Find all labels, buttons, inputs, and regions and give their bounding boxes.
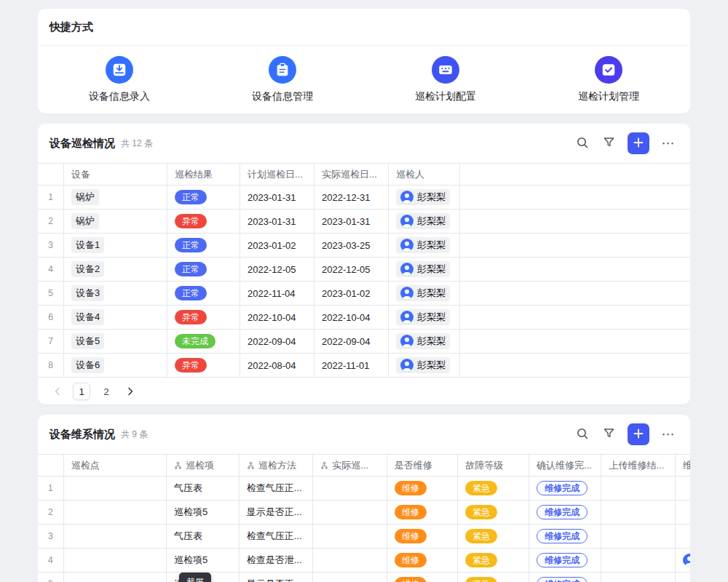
upload-cell[interactable] [601,525,676,548]
extra-cell[interactable] [676,525,690,548]
repair-cell[interactable]: 维修 [387,501,459,524]
level-cell[interactable]: 紧急 [458,477,529,500]
upload-cell[interactable] [601,549,676,572]
method-cell[interactable]: 检查是否泄... [240,549,314,572]
item-cell[interactable]: 气压表 [167,477,240,500]
column-header[interactable]: 维... [676,455,690,476]
next-page-icon[interactable] [122,383,138,399]
column-header[interactable]: 确认维修完... [529,455,602,476]
inspector-cell[interactable]: 彭梨梨 [389,234,460,257]
method-cell[interactable]: 检查气压正... [240,477,314,500]
column-header[interactable]: 是否维修 [387,455,459,476]
upload-cell[interactable] [601,501,676,524]
column-header[interactable]: 巡检方法 [240,455,314,476]
method-cell[interactable]: 检查气压正... [240,525,314,548]
column-header[interactable]: 计划巡检日... [240,164,314,185]
extra-cell[interactable] [676,477,690,500]
more-button[interactable]: ⋯ [658,133,678,154]
planned-date-cell[interactable]: 2022-09-04 [240,330,314,353]
actual-cell[interactable] [313,525,387,548]
extra-cell[interactable] [676,549,690,572]
inspector-cell[interactable]: 彭梨梨 [389,258,460,281]
column-header[interactable]: 实际巡检日... [314,164,389,185]
result-cell[interactable]: 异常 [167,354,240,377]
shortcut-plan-manage[interactable]: 巡检计划管理 [527,56,690,103]
confirm-cell[interactable]: 维修完成 [529,549,602,572]
upload-cell[interactable] [601,477,676,500]
result-cell[interactable]: 异常 [167,210,240,233]
add-record-button[interactable] [628,423,649,445]
column-header[interactable]: 巡检人 [389,164,460,185]
point-cell[interactable] [64,549,167,572]
repair-cell[interactable]: 维修 [387,573,459,582]
planned-date-cell[interactable]: 2023-01-02 [240,234,314,257]
page-2[interactable]: 2 [98,383,115,400]
planned-date-cell[interactable]: 2023-01-31 [240,210,314,233]
level-cell[interactable]: 紧急 [458,525,529,548]
device-cell[interactable]: 设备6 [64,354,167,377]
inspector-cell[interactable]: 彭梨梨 [389,282,460,305]
device-cell[interactable]: 设备2 [64,258,167,281]
actual-date-cell[interactable]: 2022-10-04 [314,306,389,329]
inspector-cell[interactable]: 彭梨梨 [389,210,460,233]
device-cell[interactable]: 锅炉 [64,210,167,233]
confirm-cell[interactable]: 维修完成 [529,477,602,500]
method-cell[interactable]: 显示是否正... [240,501,314,524]
column-header[interactable]: 巡检项 [167,455,240,476]
more-button[interactable]: ⋯ [658,424,678,445]
prev-page-icon[interactable] [50,383,66,399]
item-cell[interactable]: 巡检项5 [167,501,240,524]
actual-date-cell[interactable]: 2023-01-02 [314,282,389,305]
column-header[interactable]: 设备 [64,164,167,185]
actual-date-cell[interactable]: 2022-12-05 [314,258,389,281]
level-cell[interactable]: 紧急 [458,501,529,524]
add-record-button[interactable] [628,132,649,154]
actual-date-cell[interactable]: 2022-11-01 [314,354,389,377]
result-cell[interactable]: 异常 [167,306,240,329]
extra-cell[interactable] [676,501,690,524]
point-cell[interactable] [64,573,167,582]
filter-button[interactable] [598,424,619,445]
extra-cell[interactable] [676,573,690,582]
actual-cell[interactable] [313,501,387,524]
actual-date-cell[interactable]: 2023-03-25 [314,234,389,257]
repair-cell[interactable]: 维修 [387,477,459,500]
shortcut-plan-config[interactable]: 巡检计划配置 [364,56,527,103]
shortcut-device-entry[interactable]: 设备信息录入 [38,56,201,103]
actual-cell[interactable] [313,573,387,582]
result-cell[interactable]: 正常 [167,258,240,281]
confirm-cell[interactable]: 维修完成 [529,573,602,582]
shortcut-device-manage[interactable]: 设备信息管理 [201,56,364,103]
inspector-cell[interactable]: 彭梨梨 [389,186,460,209]
result-cell[interactable]: 正常 [167,186,240,209]
actual-date-cell[interactable]: 2022-12-31 [314,186,389,209]
inspector-cell[interactable]: 彭梨梨 [389,330,460,353]
level-cell[interactable]: 紧急 [458,549,529,572]
column-header[interactable]: 巡检结果 [167,164,240,185]
result-cell[interactable]: 未完成 [167,330,240,353]
device-cell[interactable]: 设备3 [64,282,167,305]
point-cell[interactable] [64,525,167,548]
page-1[interactable]: 1 [73,383,90,400]
method-cell[interactable]: 显示是否正... [240,573,314,582]
column-header[interactable]: 上传维修结... [601,455,676,476]
device-cell[interactable]: 锅炉 [64,186,167,209]
level-cell[interactable]: 紧急 [458,573,529,582]
device-cell[interactable]: 设备5 [64,330,167,353]
confirm-cell[interactable]: 维修完成 [529,501,602,524]
search-button[interactable] [572,424,593,445]
confirm-cell[interactable]: 维修完成 [529,525,602,548]
planned-date-cell[interactable]: 2022-08-04 [240,354,314,377]
planned-date-cell[interactable]: 2023-01-31 [240,186,314,209]
point-cell[interactable] [64,501,167,524]
item-cell[interactable]: 气压表 [167,525,240,548]
inspector-cell[interactable]: 彭梨梨 [389,306,460,329]
upload-cell[interactable] [601,573,676,582]
device-cell[interactable]: 设备1 [64,234,167,257]
actual-date-cell[interactable]: 2023-01-31 [314,210,389,233]
device-cell[interactable]: 设备4 [64,306,167,329]
planned-date-cell[interactable]: 2022-12-05 [240,258,314,281]
column-header[interactable]: 故障等级 [458,455,529,476]
result-cell[interactable]: 正常 [167,282,240,305]
column-header[interactable]: 实际巡... [313,455,387,476]
